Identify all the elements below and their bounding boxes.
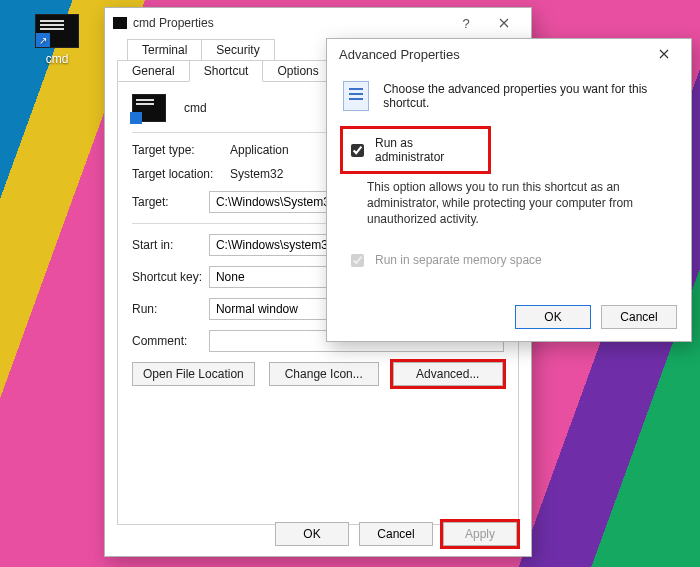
separate-memory-checkbox: [351, 254, 364, 267]
shortcut-arrow-icon: [130, 112, 142, 124]
advanced-button[interactable]: Advanced...: [393, 362, 503, 386]
desktop-shortcut-cmd[interactable]: ↗ cmd: [30, 14, 84, 66]
properties-sheet-icon: [343, 81, 369, 111]
advanced-intro-text: Choose the advanced properties you want …: [383, 82, 675, 110]
target-type-label: Target type:: [132, 143, 230, 157]
tab-general[interactable]: General: [117, 60, 190, 82]
run-as-administrator-label: Run as administrator: [375, 136, 482, 164]
cmd-thumbnail-icon: ↗: [35, 14, 79, 48]
start-in-label: Start in:: [132, 238, 209, 252]
tab-options[interactable]: Options: [262, 60, 333, 82]
dialog-footer: OK Cancel Apply: [275, 522, 517, 546]
cmd-titlebar-icon: [113, 17, 127, 29]
change-icon-button[interactable]: Change Icon...: [269, 362, 379, 386]
titlebar[interactable]: Advanced Properties: [327, 39, 691, 69]
run-as-administrator-option[interactable]: Run as administrator: [343, 129, 488, 171]
close-button[interactable]: [645, 39, 683, 69]
tab-security[interactable]: Security: [201, 39, 274, 60]
open-file-location-button[interactable]: Open File Location: [132, 362, 255, 386]
tab-terminal[interactable]: Terminal: [127, 39, 202, 60]
apply-button[interactable]: Apply: [443, 522, 517, 546]
separate-memory-label: Run in separate memory space: [375, 253, 542, 267]
tab-shortcut[interactable]: Shortcut: [189, 60, 264, 82]
comment-label: Comment:: [132, 334, 209, 348]
cancel-button[interactable]: Cancel: [359, 522, 433, 546]
desktop-shortcut-label: cmd: [30, 52, 84, 66]
shortcut-large-icon: [132, 94, 166, 122]
close-button[interactable]: [485, 8, 523, 38]
run-as-administrator-description: This option allows you to run this short…: [367, 179, 675, 228]
window-title: cmd Properties: [133, 16, 214, 30]
help-button[interactable]: [447, 8, 485, 38]
shortcut-name: cmd: [184, 101, 207, 115]
ok-button[interactable]: OK: [515, 305, 591, 329]
separate-memory-option: Run in separate memory space: [343, 244, 675, 277]
shortcut-key-label: Shortcut key:: [132, 270, 209, 284]
cancel-button[interactable]: Cancel: [601, 305, 677, 329]
titlebar[interactable]: cmd Properties: [105, 8, 531, 38]
run-label: Run:: [132, 302, 209, 316]
shortcut-arrow-icon: ↗: [36, 33, 50, 47]
target-location-label: Target location:: [132, 167, 230, 181]
dialog-footer: OK Cancel: [515, 305, 677, 329]
window-title: Advanced Properties: [339, 47, 460, 62]
run-as-administrator-checkbox[interactable]: [351, 144, 364, 157]
window-advanced-properties: Advanced Properties Choose the advanced …: [326, 38, 692, 342]
target-label: Target:: [132, 195, 209, 209]
ok-button[interactable]: OK: [275, 522, 349, 546]
